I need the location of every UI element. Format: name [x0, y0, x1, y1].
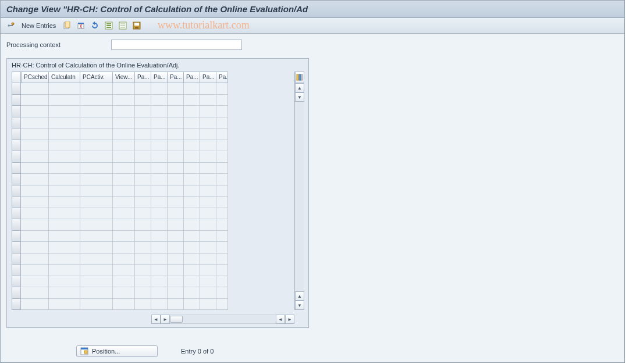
table-cell[interactable] — [200, 117, 216, 129]
row-selector[interactable] — [12, 276, 21, 288]
delete-icon[interactable] — [76, 20, 86, 31]
column-header[interactable]: View... — [113, 72, 135, 83]
table-cell[interactable] — [200, 219, 216, 231]
table-cell[interactable] — [113, 287, 135, 299]
table-cell[interactable] — [113, 219, 135, 231]
table-cell[interactable] — [216, 208, 228, 220]
table-cell[interactable] — [135, 163, 151, 174]
row-selector[interactable] — [12, 231, 21, 242]
configure-columns-icon[interactable] — [295, 72, 304, 83]
table-cell[interactable] — [151, 117, 168, 129]
table-cell[interactable] — [184, 242, 200, 254]
table-cell[interactable] — [216, 140, 228, 152]
row-selector[interactable] — [12, 287, 21, 299]
column-header[interactable]: Pa... — [168, 72, 184, 83]
table-cell[interactable] — [151, 242, 168, 254]
table-cell[interactable] — [151, 231, 168, 242]
table-cell[interactable] — [113, 95, 135, 106]
table-cell[interactable] — [216, 242, 228, 254]
table-cell[interactable] — [135, 83, 151, 95]
table-cell[interactable] — [80, 185, 113, 197]
table-cell[interactable] — [151, 174, 168, 185]
row-selector[interactable] — [12, 163, 21, 174]
table-cell[interactable] — [200, 276, 216, 288]
row-selector[interactable] — [12, 185, 21, 197]
column-header[interactable]: PCActiv. — [80, 72, 113, 83]
table-cell[interactable] — [135, 254, 151, 265]
column-header[interactable]: Pa... — [184, 72, 200, 83]
table-cell[interactable] — [151, 129, 168, 140]
table-cell[interactable] — [21, 140, 49, 152]
table-cell[interactable] — [184, 208, 200, 220]
table-cell[interactable] — [49, 287, 80, 299]
row-selector[interactable] — [12, 254, 21, 265]
table-cell[interactable] — [200, 163, 216, 174]
table-cell[interactable] — [80, 254, 113, 265]
table-cell[interactable] — [49, 95, 80, 106]
table-cell[interactable] — [21, 151, 49, 163]
table-cell[interactable] — [200, 197, 216, 208]
table-cell[interactable] — [200, 174, 216, 185]
scroll-down-button[interactable]: ▼ — [295, 92, 304, 102]
table-cell[interactable] — [184, 219, 200, 231]
table-cell[interactable] — [49, 117, 80, 129]
table-cell[interactable] — [21, 129, 49, 140]
row-selector[interactable] — [12, 95, 21, 106]
table-cell[interactable] — [168, 151, 184, 163]
table-cell[interactable] — [216, 174, 228, 185]
table-cell[interactable] — [49, 106, 80, 117]
scroll-down-button-bottom[interactable]: ▼ — [295, 301, 304, 310]
scroll-up-button-bottom[interactable]: ▲ — [295, 291, 304, 301]
table-cell[interactable] — [168, 254, 184, 265]
table-cell[interactable] — [216, 117, 228, 129]
table-cell[interactable] — [80, 276, 113, 288]
table-cell[interactable] — [113, 242, 135, 254]
undo-icon[interactable] — [90, 20, 100, 31]
table-cell[interactable] — [135, 219, 151, 231]
row-selector[interactable] — [12, 174, 21, 185]
table-cell[interactable] — [21, 231, 49, 242]
table-cell[interactable] — [21, 287, 49, 299]
table-cell[interactable] — [49, 174, 80, 185]
table-cell[interactable] — [113, 185, 135, 197]
table-cell[interactable] — [113, 197, 135, 208]
table-cell[interactable] — [151, 299, 168, 311]
table-cell[interactable] — [21, 185, 49, 197]
table-cell[interactable] — [21, 83, 49, 95]
table-cell[interactable] — [80, 140, 113, 152]
table-cell[interactable] — [168, 231, 184, 242]
table-cell[interactable] — [113, 140, 135, 152]
table-cell[interactable] — [49, 265, 80, 276]
table-cell[interactable] — [113, 163, 135, 174]
table-cell[interactable] — [80, 219, 113, 231]
table-cell[interactable] — [184, 106, 200, 117]
table-cell[interactable] — [135, 265, 151, 276]
table-cell[interactable] — [113, 208, 135, 220]
table-cell[interactable] — [49, 185, 80, 197]
table-cell[interactable] — [49, 83, 80, 95]
table-cell[interactable] — [200, 299, 216, 311]
table-cell[interactable] — [113, 265, 135, 276]
table-cell[interactable] — [49, 242, 80, 254]
table-cell[interactable] — [135, 117, 151, 129]
table-cell[interactable] — [216, 231, 228, 242]
table-cell[interactable] — [168, 219, 184, 231]
table-cell[interactable] — [216, 129, 228, 140]
row-selector[interactable] — [12, 129, 21, 140]
table-cell[interactable] — [49, 197, 80, 208]
table-cell[interactable] — [216, 151, 228, 163]
table-cell[interactable] — [21, 197, 49, 208]
table-cell[interactable] — [80, 151, 113, 163]
row-selector-header[interactable] — [12, 72, 21, 83]
table-cell[interactable] — [184, 83, 200, 95]
table-cell[interactable] — [135, 197, 151, 208]
table-cell[interactable] — [21, 242, 49, 254]
table-cell[interactable] — [216, 106, 228, 117]
table-cell[interactable] — [49, 163, 80, 174]
table-cell[interactable] — [49, 276, 80, 288]
table-cell[interactable] — [200, 287, 216, 299]
table-cell[interactable] — [151, 208, 168, 220]
table-cell[interactable] — [21, 208, 49, 220]
vscroll-track[interactable] — [295, 102, 304, 291]
table-cell[interactable] — [21, 254, 49, 265]
